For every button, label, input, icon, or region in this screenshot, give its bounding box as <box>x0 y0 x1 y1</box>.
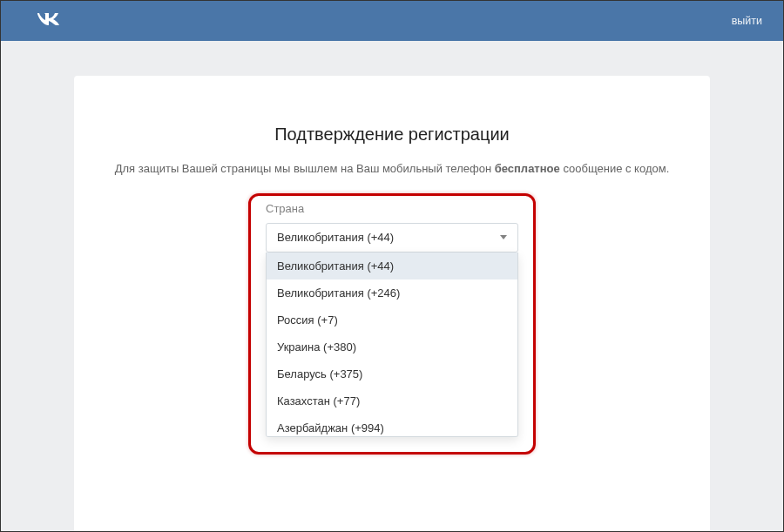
subtitle-prefix: Для защиты Вашей страницы мы вышлем на В… <box>115 162 495 175</box>
selected-country-text: Великобритания (+44) <box>277 231 394 244</box>
country-select-display[interactable]: Великобритания (+44) <box>266 223 518 253</box>
chevron-down-icon <box>500 235 509 240</box>
vk-logo[interactable] <box>36 10 62 32</box>
country-option[interactable]: Казахстан (+77) <box>267 387 517 414</box>
country-label: Страна <box>266 202 518 215</box>
subtitle-bold: бесплатное <box>495 162 560 175</box>
form-area: Страна Великобритания (+44) Великобритан… <box>266 202 518 253</box>
country-option[interactable]: Великобритания (+44) <box>267 253 517 279</box>
header: выйти <box>1 1 783 41</box>
logout-link[interactable]: выйти <box>732 15 762 27</box>
page-title: Подтверждение регистрации <box>100 125 684 145</box>
viewport: выйти Подтверждение регистрации Для защи… <box>1 1 783 531</box>
country-option[interactable]: Россия (+7) <box>267 306 517 333</box>
vk-logo-icon <box>36 10 62 32</box>
registration-card: Подтверждение регистрации Для защиты Ваш… <box>74 76 710 531</box>
page-subtitle: Для защиты Вашей страницы мы вышлем на В… <box>100 160 684 178</box>
country-option[interactable]: Беларусь (+375) <box>267 360 517 387</box>
page-background: Подтверждение регистрации Для защиты Ваш… <box>1 41 783 531</box>
country-option[interactable]: Азербайджан (+994) <box>267 414 517 437</box>
country-option[interactable]: Великобритания (+246) <box>267 279 517 306</box>
subtitle-suffix: сообщение с кодом. <box>560 162 669 175</box>
country-select[interactable]: Великобритания (+44) Великобритания (+44… <box>266 223 518 253</box>
country-option[interactable]: Украина (+380) <box>267 333 517 360</box>
country-dropdown[interactable]: Великобритания (+44) Великобритания (+24… <box>266 253 518 437</box>
